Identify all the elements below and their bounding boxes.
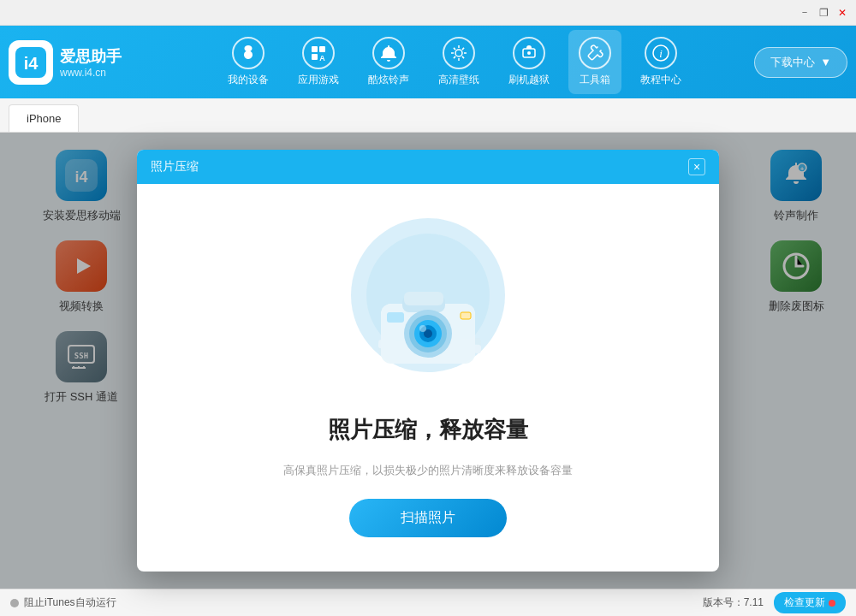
status-bar: 阻止iTunes自动运行 版本号：7.11 检查更新	[0, 589, 856, 616]
svg-line-14	[453, 56, 455, 58]
jailbreak-icon	[513, 37, 545, 69]
nav-item-wallpaper[interactable]: 高清壁纸	[428, 30, 490, 94]
nav-item-tutorial[interactable]: i 教程中心	[630, 30, 692, 94]
nav-item-jailbreak-label: 刷机越狱	[508, 73, 550, 87]
logo-icon: i4	[9, 40, 53, 85]
logo-name: 爱思助手	[60, 46, 122, 67]
my-device-icon	[232, 37, 265, 69]
download-center-button[interactable]: 下载中心 ▼	[754, 47, 847, 78]
modal-title: 照片压缩	[151, 159, 199, 175]
wallpaper-icon	[443, 37, 475, 69]
nav-item-my-device[interactable]: 我的设备	[217, 30, 279, 94]
tab-bar: iPhone	[0, 98, 856, 133]
nav-item-tutorial-label: 教程中心	[640, 73, 681, 87]
svg-rect-3	[319, 46, 325, 52]
title-bar: － ❐ ✕	[0, 0, 856, 26]
svg-line-13	[461, 48, 463, 50]
tutorial-icon: i	[645, 37, 677, 69]
svg-text:i: i	[659, 47, 663, 60]
nav-item-toolbox-label: 工具箱	[580, 73, 610, 87]
status-dot-icon	[10, 599, 19, 607]
iphone-tab[interactable]: iPhone	[9, 104, 79, 132]
modal-header: 照片压缩 ×	[137, 150, 719, 184]
svg-rect-2	[312, 46, 318, 52]
modal-close-button[interactable]: ×	[688, 158, 705, 175]
nav-item-jailbreak[interactable]: 刷机越狱	[498, 30, 560, 94]
toolbox-icon	[579, 37, 611, 69]
stop-itunes-label: 阻止iTunes自动运行	[24, 595, 116, 610]
nav-item-apps-games[interactable]: A 应用游戏	[288, 30, 349, 94]
ringtones-icon	[372, 37, 405, 69]
nav-item-wallpaper-label: 高清壁纸	[438, 73, 479, 87]
photo-compress-modal: 照片压缩 ×	[137, 150, 719, 572]
status-left: 阻止iTunes自动运行	[10, 595, 116, 610]
logo-url: www.i4.cn	[60, 67, 122, 79]
nav-items: 我的设备 A 应用游戏 酷炫铃声	[154, 30, 754, 94]
svg-point-6	[455, 50, 462, 56]
svg-text:A: A	[319, 54, 325, 62]
nav-item-my-device-label: 我的设备	[228, 73, 269, 87]
apps-games-icon: A	[302, 37, 335, 69]
svg-rect-4	[312, 54, 318, 60]
svg-rect-35	[404, 292, 443, 305]
main-content: i4 安装爱思移动端 视频转换 SSH 打开 SSH	[0, 133, 856, 589]
status-right: 版本号：7.11 检查更新	[703, 592, 846, 613]
nav-item-ringtones-label: 酷炫铃声	[368, 73, 409, 87]
update-notification-dot	[829, 600, 835, 607]
logo-area: i4 爱思助手 www.i4.cn	[9, 40, 154, 85]
modal-heading: 照片压缩，释放容量	[328, 415, 528, 445]
modal-description: 高保真照片压缩，以损失极少的照片清晰度来释放设备容量	[283, 462, 573, 478]
svg-point-41	[419, 325, 426, 332]
scan-photos-button[interactable]: 扫描照片	[349, 499, 507, 537]
svg-line-12	[461, 56, 463, 58]
version-label: 版本号：7.11	[703, 595, 764, 610]
modal-body: 照片压缩，释放容量 高保真照片压缩，以损失极少的照片清晰度来释放设备容量 扫描照…	[137, 184, 719, 572]
check-update-button[interactable]: 检查更新	[774, 592, 846, 613]
svg-rect-42	[461, 312, 471, 319]
logo-text: 爱思助手 www.i4.cn	[60, 46, 122, 79]
nav-bar: i4 爱思助手 www.i4.cn 我的设备 A	[0, 26, 856, 98]
svg-point-16	[527, 51, 531, 55]
nav-item-apps-label: 应用游戏	[298, 73, 339, 87]
minimize-button[interactable]: －	[798, 6, 811, 20]
svg-text:i4: i4	[24, 54, 39, 73]
modal-overlay: 照片压缩 ×	[0, 133, 856, 589]
camera-illustration	[334, 210, 522, 398]
nav-item-ringtones[interactable]: 酷炫铃声	[358, 30, 419, 94]
restore-button[interactable]: ❐	[817, 6, 830, 20]
nav-item-toolbox[interactable]: 工具箱	[568, 30, 621, 94]
svg-rect-44	[387, 312, 404, 323]
close-button[interactable]: ✕	[835, 6, 849, 20]
download-arrow-icon: ▼	[820, 56, 831, 68]
svg-line-11	[453, 48, 455, 50]
